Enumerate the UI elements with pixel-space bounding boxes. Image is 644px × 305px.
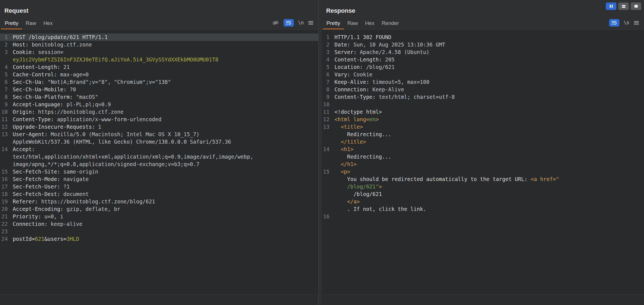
line-content: </a> [332, 198, 360, 205]
code-line[interactable]: 11Content-Type: application/x-www-form-u… [0, 116, 318, 123]
code-line-continuation[interactable]: </title> [322, 138, 644, 146]
line-content: Sec-Ch-Ua: "Not)A;Brand";v="8", "Chromiu… [10, 78, 171, 86]
code-line[interactable]: 22Connection: keep-alive [0, 220, 318, 228]
code-line[interactable]: 7Sec-Ch-Ua-Mobile: ?0 [0, 86, 318, 93]
code-line[interactable]: 9Content-Type: text/html; charset=utf-8 [322, 93, 644, 101]
line-number: 4 [322, 56, 332, 63]
code-line[interactable]: 19Referer: https://bonitoblog.ctf.zone/b… [0, 198, 318, 205]
code-line[interactable]: 13User-Agent: Mozilla/5.0 (Macintosh; In… [0, 131, 318, 138]
menu-icon[interactable] [308, 21, 313, 25]
word-wrap-button[interactable] [609, 19, 619, 27]
code-line[interactable]: 4Content-Length: 205 [322, 56, 644, 63]
panel-splitter[interactable] [319, 0, 322, 305]
response-editor[interactable]: 1HTTP/1.1 302 FOUND2Date: Sun, 10 Aug 20… [322, 30, 644, 294]
response-tab-raw[interactable]: Raw [344, 18, 362, 29]
menu-icon[interactable] [634, 21, 639, 25]
code-line[interactable]: 7Keep-Alive: timeout=5, max=100 [322, 78, 644, 86]
code-line[interactable]: 18Sec-Fetch-Dest: document [0, 190, 318, 198]
layout-rows-button[interactable] [618, 2, 629, 10]
code-line[interactable]: 4Content-Length: 21 [0, 63, 318, 71]
code-line[interactable]: 6Sec-Ch-Ua: "Not)A;Brand";v="8", "Chromi… [0, 78, 318, 86]
newline-toggle[interactable]: \n [298, 20, 304, 25]
line-content: Content-Type: application/x-www-form-url… [10, 116, 162, 123]
code-line[interactable]: 24postId=621&users=3HLD [0, 235, 318, 243]
response-tab-pretty[interactable]: Pretty [323, 18, 344, 29]
hidden-items-icon[interactable] [272, 20, 279, 25]
code-line-continuation[interactable]: AppleWebKit/537.36 (KHTML, like Gecko) C… [0, 138, 318, 146]
code-line[interactable]: 21Priority: u=0, i [0, 213, 318, 220]
line-number: 11 [0, 116, 10, 123]
code-line-continuation[interactable]: You should be redirected automatically t… [322, 175, 644, 183]
code-line[interactable]: 14Accept: [0, 146, 318, 153]
line-number: 12 [0, 123, 10, 131]
response-tabbar: PrettyRawHexRender \n [322, 18, 644, 30]
code-line-continuation[interactable]: text/html,application/xhtml+xml,applicat… [0, 153, 318, 161]
code-line[interactable]: 23 [0, 228, 318, 235]
request-tab-raw[interactable]: Raw [22, 18, 40, 29]
code-line[interactable]: 12Upgrade-Insecure-Requests: 1 [0, 123, 318, 131]
line-content: Vary: Cookie [332, 71, 372, 78]
code-line-continuation[interactable]: Redirecting... [322, 153, 644, 161]
code-line[interactable]: 17Sec-Fetch-User: ?1 [0, 183, 318, 190]
code-line[interactable]: 16 [322, 213, 644, 220]
line-number: 14 [322, 146, 332, 153]
request-tab-pretty[interactable]: Pretty [1, 18, 22, 29]
layout-columns-button[interactable] [606, 2, 616, 10]
code-line[interactable]: 1HTTP/1.1 302 FOUND [322, 33, 644, 41]
response-tab-render[interactable]: Render [378, 18, 402, 29]
code-line[interactable]: 8Connection: Keep-Alive [322, 86, 644, 93]
line-content: Content-Length: 21 [10, 63, 70, 71]
request-tab-hex[interactable]: Hex [40, 18, 56, 29]
code-line[interactable]: 11<!doctype html> [322, 108, 644, 116]
code-line[interactable]: 5Cache-Control: max-age=0 [0, 71, 318, 78]
response-tabs: PrettyRawHexRender [323, 18, 402, 29]
code-line[interactable]: 15Sec-Fetch-Site: same-origin [0, 168, 318, 175]
line-number: 8 [0, 93, 10, 101]
code-line[interactable]: 1POST /blog/update/621 HTTP/1.1 [0, 33, 318, 41]
line-number [322, 175, 332, 183]
code-line[interactable]: 9Accept-Language: pl-PL,pl;q=0.9 [0, 101, 318, 108]
line-content: Accept-Encoding: gzip, deflate, br [10, 205, 120, 213]
code-line-continuation[interactable]: image/apng,*/*;q=0.8,application/signed-… [0, 161, 318, 168]
code-line[interactable]: 16Sec-Fetch-Mode: navigate [0, 175, 318, 183]
code-line[interactable]: 5Location: /blog/621 [322, 63, 644, 71]
request-tabs: PrettyRawHex [1, 18, 56, 29]
layout-single-button[interactable] [631, 2, 641, 10]
line-number [322, 190, 332, 198]
code-line-continuation[interactable]: . If not, click the link. [322, 205, 644, 213]
line-content: User-Agent: Mozilla/5.0 (Macintosh; Inte… [10, 131, 199, 138]
code-line[interactable]: 3Server: Apache/2.4.58 (Ubuntu) [322, 48, 644, 56]
code-line[interactable]: 20Accept-Encoding: gzip, deflate, br [0, 205, 318, 213]
word-wrap-button[interactable] [284, 19, 294, 27]
code-line-continuation[interactable]: </h1> [322, 161, 644, 168]
request-panel-title: Request [0, 0, 318, 14]
request-editor[interactable]: 1POST /blog/update/621 HTTP/1.12Host: bo… [0, 30, 318, 294]
response-tab-hex[interactable]: Hex [362, 18, 378, 29]
line-content: <h1> [332, 146, 354, 153]
code-line[interactable]: 8Sec-Ch-Ua-Platform: "macOS" [0, 93, 318, 101]
code-line[interactable]: 10Origin: https://bonitoblog.ctf.zone [0, 108, 318, 116]
line-number: 6 [322, 71, 332, 78]
line-number: 17 [0, 183, 10, 190]
code-line-continuation[interactable]: /blog/621 [322, 190, 644, 198]
code-line[interactable]: 15 <p> [322, 168, 644, 175]
line-number: 13 [0, 131, 10, 138]
code-line[interactable]: 14 <h1> [322, 146, 644, 153]
line-number: 20 [0, 205, 10, 213]
code-line[interactable]: 3Cookie: session= [0, 48, 318, 56]
response-toolbar: \n [609, 18, 641, 29]
code-line-continuation[interactable]: </a> [322, 198, 644, 205]
code-line-continuation[interactable]: Redirecting... [322, 131, 644, 138]
line-number: 21 [0, 213, 10, 220]
line-number: 23 [0, 228, 10, 235]
code-line-continuation[interactable]: eyJ1c2VybmFtZSI6InF3ZXJ0eTEifQ.aJiYoA.5i… [0, 56, 318, 63]
code-line[interactable]: 10 [322, 101, 644, 108]
code-line[interactable]: 12<html lang=en> [322, 116, 644, 123]
request-toolbar: \n [272, 18, 316, 29]
code-line-continuation[interactable]: /blog/621"> [322, 183, 644, 190]
code-line[interactable]: 2Date: Sun, 10 Aug 2025 13:10:36 GMT [322, 41, 644, 48]
newline-toggle[interactable]: \n [624, 20, 629, 25]
code-line[interactable]: 6Vary: Cookie [322, 71, 644, 78]
code-line[interactable]: 13 <title> [322, 123, 644, 131]
code-line[interactable]: 2Host: bonitoblog.ctf.zone [0, 41, 318, 48]
